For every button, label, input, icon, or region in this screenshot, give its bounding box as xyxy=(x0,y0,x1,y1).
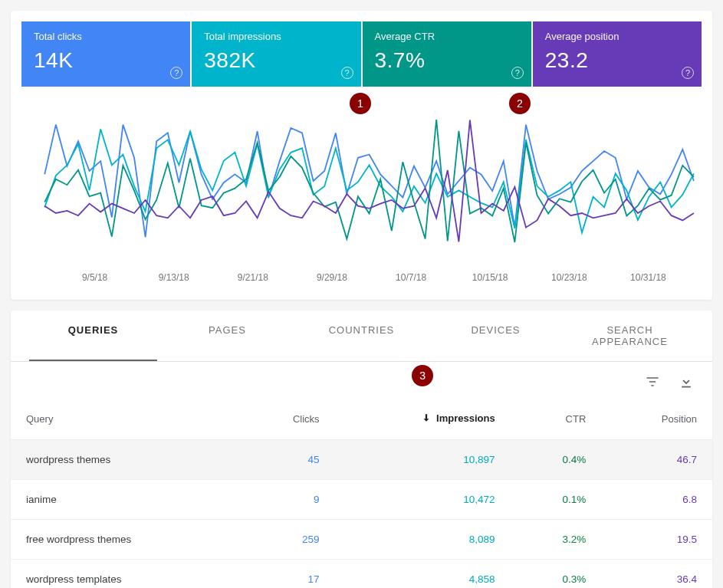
tab-countries[interactable]: Countries xyxy=(297,310,426,361)
tab-queries[interactable]: Queries xyxy=(29,310,157,361)
metric-value: 23.2 xyxy=(545,48,689,73)
download-button[interactable] xyxy=(677,373,695,391)
filter-icon xyxy=(645,374,660,389)
sort-desc-icon xyxy=(421,414,432,425)
metric-value: 14K xyxy=(34,48,178,73)
x-tick: 9/5/18 xyxy=(55,272,134,283)
metric-card-3[interactable]: Average position23.2? xyxy=(533,21,702,87)
metric-value: 3.7% xyxy=(375,48,519,73)
table-header-row: QueryClicks3ImpressionsCTRPosition xyxy=(11,391,712,440)
table-row[interactable]: free wordpress themes2598,0893.2%19.5 xyxy=(11,520,712,560)
cell-clicks: 259 xyxy=(238,520,334,560)
download-icon xyxy=(679,374,694,389)
metric-label: Total clicks xyxy=(34,31,178,42)
x-tick: 9/13/18 xyxy=(134,272,213,283)
x-tick: 10/7/18 xyxy=(372,272,451,283)
metric-label: Average CTR xyxy=(375,31,519,42)
metric-card-1[interactable]: Total impressions382K? xyxy=(192,21,360,87)
cell-ctr: 3.2% xyxy=(511,520,602,560)
cell-query: wordpress themes xyxy=(11,440,238,480)
series-average-ctr xyxy=(44,120,694,242)
cell-position: 36.4 xyxy=(601,560,712,588)
queries-table: QueryClicks3ImpressionsCTRPosition wordp… xyxy=(11,391,712,588)
col-query[interactable]: Query xyxy=(11,391,238,440)
cell-position: 6.8 xyxy=(601,480,712,520)
table-body: wordpress themes4510,8970.4%46.7ianime91… xyxy=(11,440,712,588)
cell-impressions: 8,089 xyxy=(335,520,511,560)
series-average-position xyxy=(44,120,694,242)
chart-x-axis: 9/5/189/13/189/21/189/29/1810/7/1810/15/… xyxy=(21,261,702,283)
annotation-badge-1: 1 xyxy=(350,93,371,114)
cell-query: wordpress templates xyxy=(11,560,238,588)
col-position[interactable]: Position xyxy=(601,391,712,440)
x-tick: 9/21/18 xyxy=(213,272,292,283)
metric-value: 382K xyxy=(204,48,348,73)
performance-card: Total clicks14K?Total impressions382K?Av… xyxy=(11,11,712,300)
metric-card-0[interactable]: Total clicks14K? xyxy=(21,21,190,87)
x-tick: 10/31/18 xyxy=(609,272,688,283)
cell-query: free wordpress themes xyxy=(11,520,238,560)
metric-card-2[interactable]: Average CTR3.7%? xyxy=(363,21,531,87)
metric-label: Total impressions xyxy=(204,31,348,42)
cell-impressions: 4,858 xyxy=(335,560,511,588)
annotation-badge-3: 3 xyxy=(412,365,433,386)
metrics-row: Total clicks14K?Total impressions382K?Av… xyxy=(11,11,712,87)
chart-wrap: 12 9/5/189/13/189/21/189/29/1810/7/1810/… xyxy=(11,87,712,300)
table-row[interactable]: wordpress templates174,8580.3%36.4 xyxy=(11,560,712,588)
tab-pages[interactable]: Pages xyxy=(163,310,291,361)
x-tick: 9/29/18 xyxy=(292,272,371,283)
filter-button[interactable] xyxy=(643,373,662,391)
cell-ctr: 0.3% xyxy=(511,560,602,588)
cell-impressions: 10,897 xyxy=(335,440,511,480)
cell-ctr: 0.4% xyxy=(511,440,602,480)
table-row[interactable]: ianime910,4720.1%6.8 xyxy=(11,480,712,520)
metric-label: Average position xyxy=(545,31,689,42)
cell-position: 46.7 xyxy=(601,440,712,480)
cell-clicks: 17 xyxy=(238,560,334,588)
cell-clicks: 9 xyxy=(238,480,334,520)
x-tick: 10/15/18 xyxy=(451,272,530,283)
tab-devices[interactable]: Devices xyxy=(432,310,560,361)
tab-search-appearance[interactable]: Search Appearance xyxy=(566,310,694,361)
series-total-clicks xyxy=(44,125,694,238)
cell-query: ianime xyxy=(11,480,238,520)
col-clicks[interactable]: Clicks xyxy=(238,391,334,440)
help-icon[interactable]: ? xyxy=(170,67,182,79)
help-icon[interactable]: ? xyxy=(682,67,694,79)
cell-impressions: 10,472 xyxy=(335,480,511,520)
col-impressions[interactable]: 3Impressions xyxy=(335,391,511,440)
cell-position: 19.5 xyxy=(601,520,712,560)
performance-chart xyxy=(21,93,702,261)
annotation-badge-2: 2 xyxy=(509,93,531,114)
help-icon[interactable]: ? xyxy=(341,67,353,79)
tabs: QueriesPagesCountriesDevicesSearch Appea… xyxy=(11,310,712,362)
x-tick: 10/23/18 xyxy=(530,272,609,283)
help-icon[interactable]: ? xyxy=(511,67,524,79)
table-row[interactable]: wordpress themes4510,8970.4%46.7 xyxy=(11,440,712,480)
queries-card: QueriesPagesCountriesDevicesSearch Appea… xyxy=(11,310,712,588)
col-ctr[interactable]: CTR xyxy=(511,391,602,440)
report-toolbar xyxy=(11,362,712,391)
cell-ctr: 0.1% xyxy=(511,480,602,520)
cell-clicks: 45 xyxy=(238,440,334,480)
